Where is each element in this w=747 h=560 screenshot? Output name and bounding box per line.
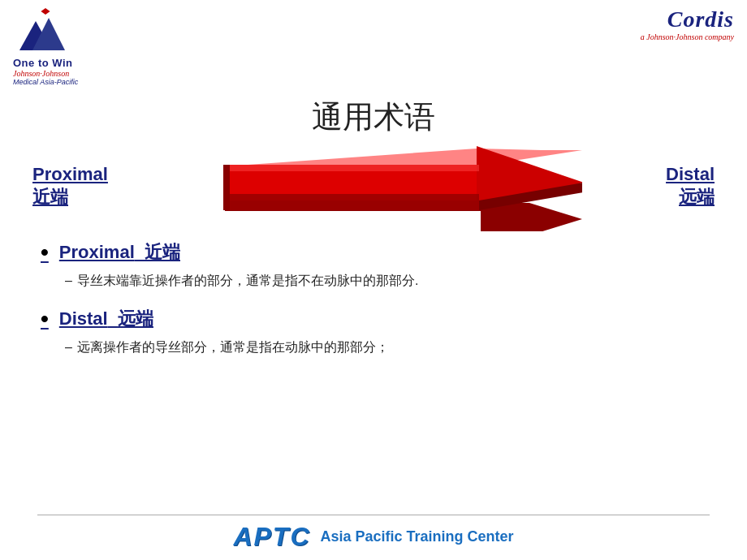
proximal-desc: – 导丝末端靠近操作者的部分，通常是指不在动脉中的那部分. [65,270,706,291]
footer-divider [37,515,710,515]
logo-right: Cordis a Johnson·Johnson company [641,6,734,41]
logo-left: One to Win Johnson·Johnson Medical Asia-… [13,6,78,86]
content-section: • Proximal 近端 – 导丝末端靠近操作者的部分，通常是指不在动脉中的那… [0,239,747,357]
distal-desc-text: 远离操作者的导丝部分，通常是指在动脉中的那部分； [77,337,389,358]
footer: APTC Asia Pacific Training Center [0,522,747,552]
one-to-win-label: One to Win [13,57,73,69]
bullet-dot-2: • [41,306,49,332]
top-bar: One to Win Johnson·Johnson Medical Asia-… [0,0,747,93]
proximal-english: Proximal [32,164,108,185]
distal-desc: – 远离操作者的导丝部分，通常是指在动脉中的那部分； [65,337,706,358]
svg-marker-7 [225,149,582,166]
cordis-brand: Cordis [667,6,734,32]
page-title: 通用术语 [0,97,747,138]
distal-english: Distal [666,164,715,185]
jj-brand-left: Johnson·Johnson [13,69,69,78]
proximal-title: • Proximal 近端 [41,239,706,265]
distal-label: Distal 远端 [666,164,715,209]
svg-marker-12 [223,200,479,210]
proximal-title-text: Proximal 近端 [59,240,180,265]
svg-rect-11 [223,194,479,200]
distal-title-text: Distal 远端 [59,307,153,331]
jj-company-text: a Johnson·Johnson company [641,32,734,41]
direction-arrow [192,142,582,231]
distal-chinese: 远端 [679,185,715,209]
aptc-logo: APTC [233,522,310,552]
bullet-distal: • Distal 远端 – 远离操作者的导丝部分，通常是指在动脉中的那部分； [41,306,706,358]
arrow-section: Proximal 近端 [0,146,747,227]
medical-text: Medical Asia-Pacific [13,78,78,86]
arrow-container [108,146,666,227]
svg-rect-10 [223,165,479,171]
proximal-desc-text: 导丝末端靠近操作者的部分，通常是指不在动脉中的那部分. [77,270,418,291]
distal-title: • Distal 远端 [41,306,706,332]
svg-rect-14 [223,165,230,210]
bullet-proximal: • Proximal 近端 – 导丝末端靠近操作者的部分，通常是指不在动脉中的那… [41,239,706,291]
proximal-chinese: 近端 [32,185,68,209]
bullet-dot-1: • [41,239,49,265]
aptc-subtitle: Asia Pacific Training Center [321,528,514,545]
mountain-icon [13,6,78,55]
dash-1: – [65,270,72,291]
proximal-label: Proximal 近端 [32,164,108,209]
dash-2: – [65,337,72,358]
